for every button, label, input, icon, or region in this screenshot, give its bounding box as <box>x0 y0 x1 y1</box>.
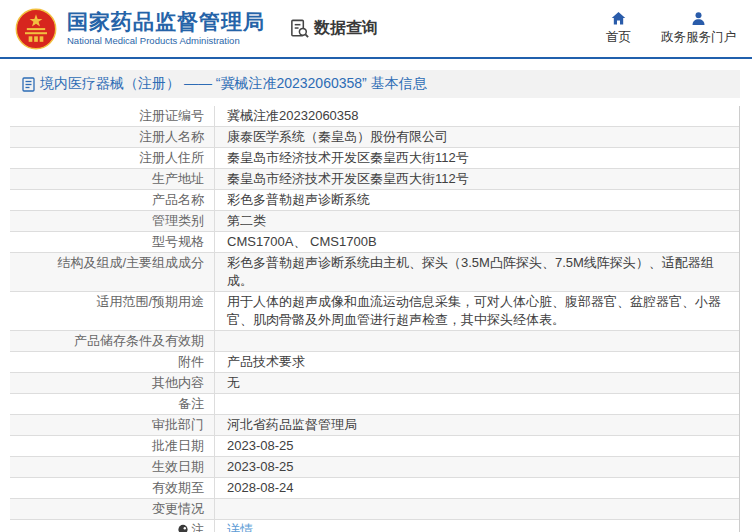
table-row: 注册证编号 冀械注准20232060358 <box>10 106 739 127</box>
row-value: 康泰医学系统（秦皇岛）股份有限公司 <box>215 127 739 147</box>
row-value: 详情 <box>215 520 739 532</box>
row-label-text: 审批部门 <box>152 417 204 432</box>
nav-portal[interactable]: 政务服务门户 <box>661 11 736 46</box>
row-label-text: 注册人住所 <box>139 150 204 165</box>
info-table: 注册证编号 冀械注准20232060358 注册人名称 康泰医学系统（秦皇岛）股… <box>10 106 740 532</box>
table-row: 结构及组成/主要组成成分 彩色多普勒超声诊断系统由主机、探头（3.5M凸阵探头、… <box>10 253 739 292</box>
nav-home[interactable]: 首页 <box>606 11 631 46</box>
row-label-text: 有效期至 <box>152 480 204 495</box>
row-value: 产品技术要求 <box>215 352 739 372</box>
site-subtitle: National Medical Products Administration <box>67 36 265 46</box>
row-label: 生产地址 <box>10 169 215 189</box>
row-label-text: 结构及组成/主要组成成分 <box>57 255 204 270</box>
page-title: 境内医疗器械（注册） —— “冀械注准20232060358” 基本信息 <box>40 75 427 93</box>
note-balloon-icon <box>177 523 189 532</box>
row-label: 变更情况 <box>10 499 215 519</box>
row-value: 秦皇岛市经济技术开发区秦皇西大街112号 <box>215 148 739 168</box>
row-value: 用于人体的超声成像和血流运动信息采集，可对人体心脏、腹部器官、盆腔器官、小器官、… <box>215 292 739 330</box>
row-value <box>215 499 739 519</box>
document-icon <box>22 77 35 92</box>
home-icon <box>611 11 626 26</box>
table-row: 变更情况 <box>10 499 739 520</box>
row-label: 注 <box>10 520 215 532</box>
table-row: 其他内容 无 <box>10 373 739 394</box>
table-row: 注 详情 <box>10 520 739 532</box>
row-label: 生效日期 <box>10 457 215 477</box>
table-row: 注册人名称 康泰医学系统（秦皇岛）股份有限公司 <box>10 127 739 148</box>
row-label-text: 管理类别 <box>152 213 204 228</box>
row-label: 批准日期 <box>10 436 215 456</box>
row-label: 有效期至 <box>10 478 215 498</box>
table-row: 生效日期 2023-08-25 <box>10 457 739 478</box>
table-row: 生产地址 秦皇岛市经济技术开发区秦皇西大街112号 <box>10 169 739 190</box>
row-label-text: 备注 <box>178 396 204 411</box>
row-value: 彩色多普勒超声诊断系统由主机、探头（3.5M凸阵探头、7.5M线阵探头）、适配器… <box>215 253 739 291</box>
row-label: 产品名称 <box>10 190 215 210</box>
top-nav: 首页 政务服务门户 <box>606 11 736 46</box>
row-label: 结构及组成/主要组成成分 <box>10 253 215 291</box>
row-label: 附件 <box>10 352 215 372</box>
table-row: 适用范围/预期用途 用于人体的超声成像和血流运动信息采集，可对人体心脏、腹部器官… <box>10 292 739 331</box>
row-label-text: 注册证编号 <box>139 108 204 123</box>
row-label-text: 注册人名称 <box>139 129 204 144</box>
row-label-text: 附件 <box>178 354 204 369</box>
row-value: 第二类 <box>215 211 739 231</box>
details-link[interactable]: 详情 <box>227 522 253 532</box>
row-label-text: 其他内容 <box>152 375 204 390</box>
row-value: 2028-08-24 <box>215 478 739 498</box>
row-label: 型号规格 <box>10 232 215 252</box>
table-row: 审批部门 河北省药品监督管理局 <box>10 415 739 436</box>
document-search-icon <box>289 18 310 39</box>
row-label: 注册人住所 <box>10 148 215 168</box>
row-value: 彩色多普勒超声诊断系统 <box>215 190 739 210</box>
row-label-text: 生产地址 <box>152 171 204 186</box>
row-label: 适用范围/预期用途 <box>10 292 215 330</box>
row-value <box>215 331 739 351</box>
table-row: 型号规格 CMS1700A、 CMS1700B <box>10 232 739 253</box>
row-value: 2023-08-25 <box>215 436 739 456</box>
row-label: 审批部门 <box>10 415 215 435</box>
row-label: 注册证编号 <box>10 106 215 126</box>
table-row: 管理类别 第二类 <box>10 211 739 232</box>
table-row: 批准日期 2023-08-25 <box>10 436 739 457</box>
row-label-text: 批准日期 <box>152 438 204 453</box>
row-label: 其他内容 <box>10 373 215 393</box>
table-row: 注册人住所 秦皇岛市经济技术开发区秦皇西大街112号 <box>10 148 739 169</box>
header-divider <box>0 57 752 59</box>
nav-home-label: 首页 <box>606 29 631 46</box>
row-value: 冀械注准20232060358 <box>215 106 739 126</box>
site-logo[interactable]: 国家药品监督管理局 National Medical Products Admi… <box>14 7 265 51</box>
table-row: 产品名称 彩色多普勒超声诊断系统 <box>10 190 739 211</box>
user-icon <box>691 11 706 26</box>
data-query-button[interactable]: 数据查询 <box>289 18 378 39</box>
row-label-text: 生效日期 <box>152 459 204 474</box>
row-value: 河北省药品监督管理局 <box>215 415 739 435</box>
main-content: 境内医疗器械（注册） —— “冀械注准20232060358” 基本信息 注册证… <box>10 70 740 532</box>
header: 国家药品监督管理局 National Medical Products Admi… <box>0 0 752 57</box>
nav-portal-label: 政务服务门户 <box>661 29 736 46</box>
breadcrumb: 境内医疗器械（注册） —— “冀械注准20232060358” 基本信息 <box>10 70 740 98</box>
row-label-text: 产品储存条件及有效期 <box>74 333 204 348</box>
row-label: 备注 <box>10 394 215 414</box>
row-value: 无 <box>215 373 739 393</box>
row-value <box>215 394 739 414</box>
row-label-text: 变更情况 <box>152 501 204 516</box>
national-emblem-icon <box>14 7 58 51</box>
site-title: 国家药品监督管理局 <box>67 10 265 33</box>
row-value: 2023-08-25 <box>215 457 739 477</box>
row-label: 产品储存条件及有效期 <box>10 331 215 351</box>
row-label: 管理类别 <box>10 211 215 231</box>
row-label: 注册人名称 <box>10 127 215 147</box>
table-row: 产品储存条件及有效期 <box>10 331 739 352</box>
row-label-text: 产品名称 <box>152 192 204 207</box>
data-query-label: 数据查询 <box>314 18 378 39</box>
row-value: CMS1700A、 CMS1700B <box>215 232 739 252</box>
row-label-text: 适用范围/预期用途 <box>96 294 204 309</box>
row-label-text: 注 <box>191 522 204 532</box>
row-value: 秦皇岛市经济技术开发区秦皇西大街112号 <box>215 169 739 189</box>
row-label-text: 型号规格 <box>152 234 204 249</box>
table-row: 备注 <box>10 394 739 415</box>
table-row: 有效期至 2028-08-24 <box>10 478 739 499</box>
table-row: 附件 产品技术要求 <box>10 352 739 373</box>
